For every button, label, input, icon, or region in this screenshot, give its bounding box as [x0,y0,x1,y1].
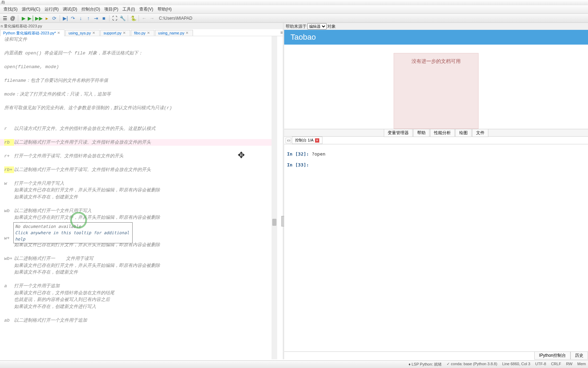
step-out-icon[interactable]: ↑ [85,15,92,22]
code-line [0,159,277,166]
working-dir[interactable]: C:\Users\MIAPAD [159,16,192,21]
tab-using-sys[interactable]: using_sys.py ✕ [65,30,100,36]
code-line: r+打开一个文件用于读写。文件指针将会放在文件的开头 [0,153,277,160]
status-bar: ♦ LSP Python: 就绪 ✓ conda: base (Python 3… [0,360,588,368]
console-line-32: In [32]: ?open [287,151,585,157]
code-line [0,201,277,208]
doc-tooltip[interactable]: No documentation available Click anywher… [13,222,133,243]
settings-icon[interactable]: 🔧 [119,15,126,22]
help-source-bar: 帮助来源于 编辑器 对象 [284,23,588,30]
debug-step-icon[interactable]: ▶| [62,15,69,22]
tab-fibo[interactable]: fibo.py ✕ [131,30,154,36]
doc-body: 没有进一步的文档可用 [284,45,588,129]
code-line [0,84,277,91]
status-lsp[interactable]: ♦ LSP Python: 就绪 [409,362,442,367]
status-conda[interactable]: ✓ conda: base (Python 3.8.8) [447,362,497,367]
editor-scrollbar[interactable] [272,36,277,359]
help-source-select[interactable]: 编辑器 [307,23,327,29]
back-icon[interactable]: ← [141,15,148,22]
code-editor[interactable]: 读和写文件 内置函数 open() 将会返回一个 file 对象，基本语法格式如… [0,36,277,359]
code-line: wb以二进制格式打开一个文件只用于写入 [0,208,277,215]
tab-history[interactable]: 历史 [570,351,588,360]
python-icon[interactable]: 🐍 [130,15,137,22]
scrollbar-thumb[interactable] [272,219,276,226]
tab-var-explorer[interactable]: 变量管理器 [384,129,413,137]
code-line: filename：包含了你要访问的文件名称的字符串值 [0,77,277,84]
code-line [0,57,277,64]
menu-run[interactable]: 运行(R) [42,5,61,13]
code-line: w打开一个文件只用于写入 [0,180,277,187]
tab-support[interactable]: support.py ✕ [100,30,130,36]
file-path-text: n 量化编程基础-2023.py [1,24,42,29]
console-tab-1[interactable]: 控制台 1/A ✕ [292,137,322,144]
tab-files[interactable]: 文件 [472,129,488,137]
code-line: 如果该文件不存在，创建新文件 [0,269,277,276]
separator [109,15,109,21]
separator [128,15,128,21]
menu-view[interactable]: 查看(V) [137,5,155,13]
code-line [0,276,277,283]
close-icon[interactable]: ✕ [186,31,190,35]
separator [60,15,60,21]
menu-tools[interactable]: 工具(I) [120,5,137,13]
ipython-console[interactable]: In [32]: ?open In [33]: [284,144,588,351]
tooltip-line2: Click anywhere in this tooltip for addit… [15,230,131,242]
run-cell-icon[interactable]: ▶│ [28,15,35,22]
close-icon[interactable]: ✕ [315,138,319,143]
console-menu-icon[interactable]: ▭ [286,138,291,143]
close-icon[interactable]: ✕ [123,31,127,35]
run-icon[interactable]: ▶ [20,15,27,22]
tab-using-name[interactable]: using_name.py ✕ [155,30,193,36]
separator [139,15,139,21]
outline-icon[interactable]: ☰ [1,15,8,22]
menu-debug[interactable]: 调试(D) [61,5,79,13]
code-line: wb+以二进制格式打开一 文件用于读写 [0,255,277,262]
step-into-icon[interactable]: ↓ [77,15,84,22]
code-line: rb+以二进制格式打开一个文件用于读写。文件指针将会放在文件的开头 [0,166,277,173]
code-line [0,98,277,105]
menu-source[interactable]: 源代码(C) [20,5,42,13]
tab-profiler[interactable]: 性能分析 [430,129,455,137]
help-source-label: 帮助来源于 [286,24,307,29]
step-over-icon[interactable]: ↷ [69,15,76,22]
maximize-icon[interactable]: ⛶ [111,15,118,22]
tab-menu-icon[interactable]: ≡ [280,30,283,35]
right-pane-tabs: 变量管理器 帮助 性能分析 绘图 文件 [284,129,588,137]
menu-project[interactable]: 项目(P) [102,5,120,13]
code-line: 如果该文件不存在，创建新文件 [0,194,277,201]
close-icon[interactable]: ✕ [147,31,151,35]
status-encoding[interactable]: UTF-8 [535,362,546,367]
tab-help[interactable]: 帮助 [413,129,429,137]
code-line: 内置函数 open() 将会返回一个 file 对象，基本语法格式如下： [0,50,277,57]
continue-icon[interactable]: ⇥ [93,15,100,22]
tab-label: support.py [103,31,121,35]
code-line: 也就是说，新的内容将会被写入到已有内容之后 [0,296,277,303]
status-eol[interactable]: CRLF [551,362,561,367]
code-line: mode：决定了打开文件的模式：只读，写入，追加等 [0,91,277,98]
code-line: 如果该文件已存在则打开文件，并从开头开始编辑，即原有内容会被删除 [0,214,277,221]
help-object-label: 对象 [327,24,336,29]
code-line [0,146,277,153]
menu-console[interactable]: 控制台(O) [79,5,102,13]
tab-plots[interactable]: 绘图 [455,129,472,137]
tab-label: using_sys.py [68,31,91,35]
restart-icon[interactable]: ⟳ [51,15,58,22]
run-selection-icon[interactable]: ▸ [43,15,50,22]
close-icon[interactable]: ✕ [57,31,61,35]
code-line [0,112,277,119]
close-icon[interactable]: ✕ [92,31,96,35]
status-rw: RW [566,362,572,367]
code-line-highlight: rb以二进制格式打开一个文件用于只读。文件指针将会放在文件的开头 [0,139,277,146]
at-icon[interactable]: @ [9,15,16,22]
menu-help[interactable]: 帮助(H) [155,5,174,13]
code-line [0,132,277,139]
menu-search[interactable]: 查找(S) [1,5,20,13]
stop-icon[interactable]: ■ [100,15,107,22]
tab-main[interactable]: Python 量化编程基础-2023.py* ✕ [0,29,65,37]
run-cell-advance-icon[interactable]: ▶▶ [35,15,42,22]
forward-icon[interactable]: → [148,15,155,22]
toolbar: ☰ @ ▶ ▶│ ▶▶ ▸ ⟳ ▶| ↷ ↓ ↑ ⇥ ■ ⛶ 🔧 🐍 ← → C… [0,14,588,23]
console-tab-label: 控制台 1/A [295,138,314,143]
tab-ipython[interactable]: IPython控制台 [534,351,570,360]
tab-label: Python 量化编程基础-2023.py* [3,31,56,36]
